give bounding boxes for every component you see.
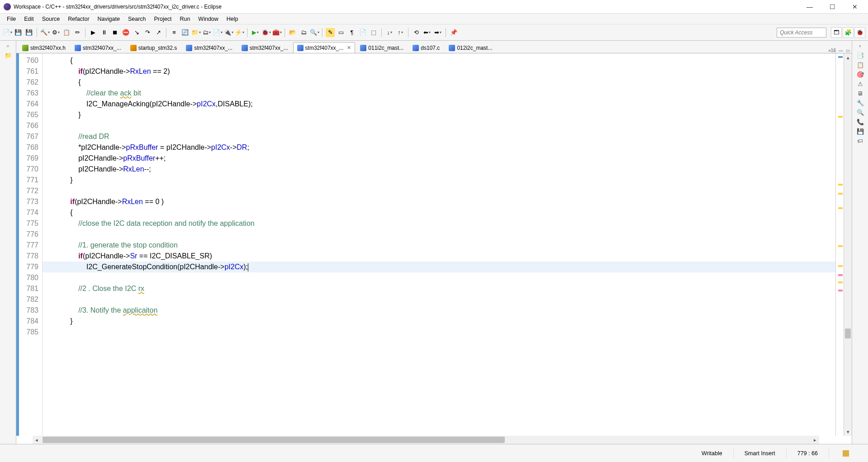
variables-view-icon[interactable]: 🏷 xyxy=(857,138,863,144)
code-line[interactable]: //1. generate the stop condition xyxy=(43,240,835,251)
build-button[interactable]: 🔨 xyxy=(40,28,49,37)
code-line[interactable]: //read DR xyxy=(43,131,835,142)
toggle-word-wrap-button[interactable]: 📄 xyxy=(358,28,367,37)
tabs-overflow-count[interactable]: »16 xyxy=(828,48,836,53)
code-line[interactable]: *pI2CHandle->pRxBuffer = pI2CHandle->pI2… xyxy=(43,142,835,153)
restart-button[interactable]: 🔄 xyxy=(180,28,190,37)
menu-window[interactable]: Window xyxy=(194,14,222,24)
editor-tab[interactable]: stm32f407xx_... xyxy=(237,42,292,53)
skip-breakpoints-button[interactable]: 📁 xyxy=(191,28,200,37)
toggle-source-button[interactable]: ⬚ xyxy=(369,28,378,37)
vertical-scrollbar[interactable]: ▴ ▾ xyxy=(844,53,852,436)
code-body[interactable]: { if(pI2CHandle->RxLen == 2) { //clear t… xyxy=(43,53,835,436)
editor-tab[interactable]: stm32f407xx_... xyxy=(182,42,237,53)
suspend-button[interactable]: ⏸ xyxy=(100,28,109,37)
tasks-view-icon[interactable]: 📋 xyxy=(857,62,864,68)
close-button[interactable]: ✕ xyxy=(848,3,862,10)
open-task-button[interactable]: 📄 xyxy=(213,28,222,37)
editor-tab[interactable]: 012i2c_mast... xyxy=(445,42,496,53)
save-all-button[interactable]: 💾 xyxy=(24,28,33,37)
last-edit-button[interactable]: ⟲ xyxy=(412,28,421,37)
problems-view-icon[interactable]: ⚠ xyxy=(858,81,863,87)
cpp-perspective-button[interactable]: 🧩 xyxy=(843,27,854,38)
code-line[interactable]: if(pI2CHandle->Sr == I2C_DISABLE_SR) xyxy=(43,251,835,262)
code-line[interactable]: } xyxy=(43,316,835,327)
make-target-icon[interactable]: 🎯 xyxy=(857,71,864,78)
horizontal-scrollbar[interactable]: ◂ ▸ xyxy=(33,436,819,444)
scroll-right-icon[interactable]: ▸ xyxy=(811,437,819,443)
resume-button[interactable]: ▶ xyxy=(89,28,98,37)
menu-search[interactable]: Search xyxy=(124,14,150,24)
code-line[interactable] xyxy=(43,272,835,283)
code-line[interactable] xyxy=(43,120,835,131)
maximize-editor-icon[interactable]: ▭ xyxy=(846,48,850,53)
code-editor[interactable]: 7607617627637647657667677687697707717727… xyxy=(16,53,852,436)
status-updates-icon[interactable] xyxy=(843,450,849,457)
build-target-button[interactable]: 📋 xyxy=(62,28,71,37)
scroll-track[interactable] xyxy=(844,62,852,428)
code-line[interactable]: { xyxy=(43,77,835,88)
menu-file[interactable]: File xyxy=(3,14,20,24)
open-element-button[interactable]: 🗂 xyxy=(299,28,308,37)
code-line[interactable]: //clear the ack bit xyxy=(43,88,835,99)
scroll-up-icon[interactable]: ▴ xyxy=(844,53,852,62)
search-view-icon[interactable]: 🔍 xyxy=(857,109,864,116)
code-line[interactable] xyxy=(43,327,835,338)
minimize-button[interactable]: — xyxy=(803,3,816,10)
code-line[interactable]: { xyxy=(43,207,835,218)
step-return-button[interactable]: ↗ xyxy=(154,28,163,37)
code-line[interactable]: if(pI2CHandle->RxLen == 2) xyxy=(43,66,835,77)
forward-button[interactable]: ➡ xyxy=(433,28,442,37)
editor-tab[interactable]: stm32f407xx.h xyxy=(18,42,70,53)
debug-button[interactable]: 🐞 xyxy=(261,28,270,37)
prev-annotation-button[interactable]: ↑ xyxy=(396,28,405,37)
toggle-block-button[interactable]: ▭ xyxy=(337,28,346,37)
terminate-button[interactable]: ⏹ xyxy=(110,28,119,37)
minimize-editor-icon[interactable]: — xyxy=(839,48,843,53)
outline-view-icon[interactable]: 📑 xyxy=(857,52,864,59)
save-button[interactable]: 💾 xyxy=(14,28,23,37)
code-line[interactable] xyxy=(43,229,835,240)
new-class-button[interactable]: 🗂 xyxy=(202,28,211,37)
menu-source[interactable]: Source xyxy=(38,14,64,24)
scroll-left-icon[interactable]: ◂ xyxy=(33,437,41,443)
editor-tab[interactable]: startup_stm32.s xyxy=(126,42,181,53)
console-view-icon[interactable]: 🖥 xyxy=(857,90,863,97)
step-into-button[interactable]: ↘ xyxy=(132,28,141,37)
open-perspective-button[interactable]: 🗔 xyxy=(831,27,842,38)
project-explorer-icon[interactable]: 📁 xyxy=(5,52,12,59)
code-line[interactable]: //3. Notify the applicaiton xyxy=(43,305,835,316)
memory-view-icon[interactable]: 💾 xyxy=(857,128,864,135)
code-line[interactable]: pI2CHandle->pRxBuffer++; xyxy=(43,153,835,164)
search-button[interactable]: 🔍 xyxy=(310,28,319,37)
scroll-down-icon[interactable]: ▾ xyxy=(844,428,852,436)
editor-tab[interactable]: 011i2c_mast... xyxy=(356,42,408,53)
restore-right-icon[interactable]: ▫ xyxy=(859,43,861,49)
menu-navigate[interactable]: Navigate xyxy=(94,14,124,24)
editor-tab[interactable]: ds107.c xyxy=(408,42,444,53)
quick-access-input[interactable] xyxy=(777,28,826,38)
overview-ruler[interactable] xyxy=(835,53,844,436)
back-button[interactable]: ⬅ xyxy=(422,28,432,37)
hscroll-thumb[interactable] xyxy=(43,437,505,443)
profile-button[interactable]: ⚡ xyxy=(235,28,244,37)
menu-help[interactable]: Help xyxy=(223,14,242,24)
maximize-button[interactable]: ☐ xyxy=(825,3,839,10)
menu-edit[interactable]: Edit xyxy=(20,14,38,24)
pin-editor-button[interactable]: 📌 xyxy=(449,28,458,37)
open-type-button[interactable]: 📂 xyxy=(288,28,297,37)
close-tab-icon[interactable]: ✕ xyxy=(347,45,351,51)
editor-tab[interactable]: stm32f407xx_...✕ xyxy=(293,42,356,53)
debug-perspective-button[interactable]: 🐞 xyxy=(854,27,865,38)
hscroll-track[interactable] xyxy=(41,436,811,444)
external-tools-button[interactable]: 🧰 xyxy=(272,28,281,37)
disconnect-button[interactable]: ⛔ xyxy=(121,28,130,37)
new-button[interactable]: 📄 xyxy=(3,28,12,37)
code-line[interactable]: I2C_ManageAcking(pI2CHandle->pI2Cx,DISAB… xyxy=(43,99,835,110)
code-line[interactable]: if(pI2CHandle->RxLen == 0 ) xyxy=(43,196,835,207)
code-line[interactable]: I2C_GenerateStopCondition(pI2CHandle->pI… xyxy=(43,262,835,272)
menu-refactor[interactable]: Refactor xyxy=(64,14,93,24)
code-line[interactable]: //close the I2C data reception and notif… xyxy=(43,218,835,229)
menu-run[interactable]: Run xyxy=(175,14,194,24)
instruction-step-button[interactable]: ≡ xyxy=(170,28,179,37)
